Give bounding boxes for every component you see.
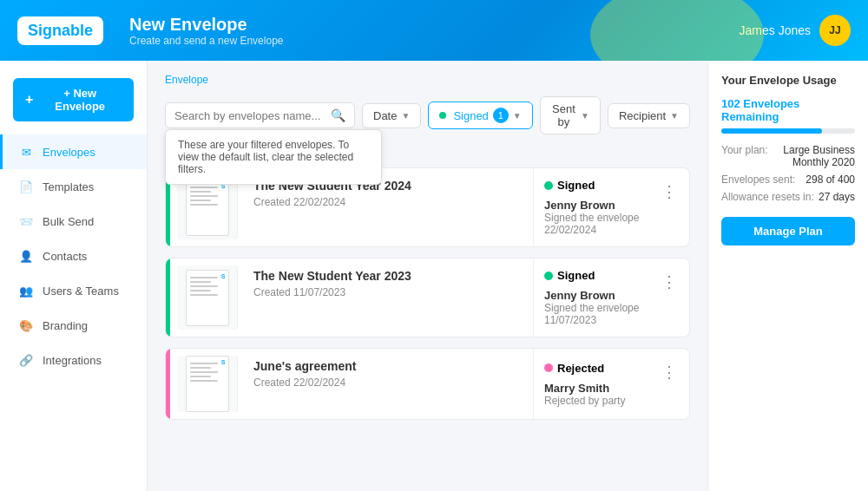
- card-accent-3: [166, 349, 170, 419]
- card-body-3: June's agreement Created 22/02/2024: [245, 349, 533, 419]
- new-envelope-label: + New Envelope: [38, 87, 122, 113]
- search-input[interactable]: [174, 109, 331, 122]
- sidebar-item-templates[interactable]: 📄 Templates: [0, 169, 147, 204]
- panel-title: Your Envelope Usage: [721, 74, 855, 87]
- signed-badge: 1: [493, 108, 509, 123]
- resets-row: Allowance resets in: 27 days: [721, 191, 855, 203]
- signed-filter-btn[interactable]: Signed 1 ▼: [428, 101, 532, 129]
- logo: Signable: [17, 16, 103, 45]
- status-dot-1: [544, 181, 553, 190]
- page-title: New Envelope: [129, 15, 740, 35]
- card-accent-2: [166, 259, 170, 337]
- header-title-area: New Envelope Create and send a new Envel…: [129, 15, 740, 47]
- envelope-list: S The New Student Year 2024 Created 22/0…: [165, 167, 690, 420]
- breadcrumb-parent[interactable]: Envelope: [165, 74, 208, 86]
- card-thumbnail-2: S: [177, 265, 238, 330]
- sidebar-label-branding: Branding: [43, 319, 88, 332]
- card-menu-3[interactable]: ⋮: [658, 359, 681, 385]
- sent-value: 298 of 400: [806, 173, 855, 186]
- bulk-icon: 📨: [18, 213, 34, 229]
- card-thumbnail-3: S: [177, 356, 238, 412]
- date-label: Date: [373, 109, 397, 122]
- page-subtitle: Create and send a new Envelope: [129, 35, 740, 47]
- recipient-date-2: 11/07/2023: [544, 314, 679, 326]
- sent-row: Envelopes sent: 298 of 400: [721, 173, 855, 186]
- card-body-2: The New Student Year 2023 Created 11/07/…: [245, 259, 533, 337]
- signed-chevron-icon: ▼: [513, 111, 522, 121]
- sidebar-item-branding[interactable]: 🎨 Branding: [0, 308, 147, 343]
- breadcrumb: Envelope: [165, 74, 690, 86]
- sidebar-item-integrations[interactable]: 🔗 Integrations: [0, 343, 147, 377]
- table-row: S June's agreement Created 22/02/2024 ⋮: [165, 348, 690, 420]
- sidebar-item-envelopes[interactable]: ✉ Envelopes: [0, 134, 147, 169]
- plan-label: Your plan:: [721, 144, 768, 156]
- sidebar-label-integrations: Integrations: [43, 354, 102, 367]
- date-chevron-icon: ▼: [401, 111, 410, 121]
- template-icon: 📄: [18, 179, 34, 194]
- user-name: James Jones: [740, 23, 811, 37]
- filter-bar: 🔍 Date ▼ Signed 1 ▼ Sent by ▼ Recipient …: [165, 96, 690, 134]
- usage-bar: [721, 128, 855, 134]
- status-dot-2: [544, 272, 553, 280]
- search-box[interactable]: 🔍: [165, 102, 355, 128]
- card-date-2: Created 11/07/2023: [253, 286, 524, 298]
- usage-remaining: 102 Envelopes Remaining: [721, 97, 855, 123]
- card-date-3: Created 22/02/2024: [253, 376, 524, 389]
- header: Signable New Envelope Create and send a …: [0, 0, 868, 61]
- contacts-icon: 👤: [18, 248, 34, 264]
- card-date-1: Created 22/02/2024: [253, 196, 524, 208]
- sidebar-label-contacts: Contacts: [43, 250, 87, 263]
- recipient-action-2: Signed the envelope: [544, 302, 679, 314]
- resets-label: Allowance resets in:: [721, 191, 814, 203]
- search-icon: 🔍: [331, 108, 345, 122]
- users-icon: 👥: [18, 283, 34, 298]
- sidebar-label-bulk: Bulk Send: [43, 215, 94, 228]
- integrations-icon: 🔗: [18, 352, 34, 368]
- signed-dot: [439, 112, 446, 119]
- sent-chevron-icon: ▼: [581, 111, 589, 121]
- sent-by-filter-btn[interactable]: Sent by ▼: [540, 96, 601, 134]
- status-text-3: Rejected: [557, 362, 604, 375]
- sidebar-label-envelopes: Envelopes: [43, 146, 95, 159]
- sidebar-item-contacts[interactable]: 👤 Contacts: [0, 239, 147, 273]
- recipient-chevron-icon: ▼: [670, 111, 679, 121]
- new-envelope-button[interactable]: + + New Envelope: [13, 78, 134, 121]
- card-title-2[interactable]: The New Student Year 2023: [253, 269, 524, 283]
- tooltip-text: These are your filtered envelopes. To vi…: [178, 139, 353, 175]
- sidebar-label-users: Users & Teams: [43, 285, 119, 298]
- resets-value: 27 days: [819, 191, 855, 203]
- usage-bar-fill: [721, 128, 822, 134]
- card-thumbnail-1: S: [177, 175, 238, 239]
- sidebar-label-templates: Templates: [43, 180, 94, 193]
- plan-row: Your plan: Large Business Monthly 2020: [721, 144, 855, 168]
- avatar[interactable]: JJ: [819, 15, 851, 46]
- card-title-3[interactable]: June's agreement: [253, 359, 524, 373]
- status-text-1: Signed: [557, 179, 595, 192]
- sidebar: + + New Envelope ✉ Envelopes 📄 Templates…: [0, 61, 148, 491]
- sent-by-label: Sent by: [551, 102, 576, 128]
- usage-panel: Your Envelope Usage 102 Envelopes Remain…: [707, 61, 868, 491]
- sidebar-item-bulk-send[interactable]: 📨 Bulk Send: [0, 204, 147, 239]
- card-menu-1[interactable]: ⋮: [658, 179, 681, 205]
- recipient-filter-btn[interactable]: Recipient ▼: [608, 103, 690, 128]
- date-filter-btn[interactable]: Date ▼: [362, 103, 421, 128]
- envelope-icon: ✉: [18, 144, 34, 160]
- sent-label: Envelopes sent:: [721, 173, 795, 186]
- status-text-2: Signed: [557, 269, 595, 282]
- status-dot-3: [544, 363, 553, 372]
- plan-value: Large Business Monthly 2020: [777, 144, 855, 168]
- card-menu-2[interactable]: ⋮: [658, 269, 681, 295]
- recipient-action-1: Signed the envelope: [544, 212, 679, 224]
- table-row: S The New Student Year 2023 Created 11/0…: [165, 258, 690, 337]
- manage-plan-button[interactable]: Manage Plan: [721, 217, 855, 245]
- plus-icon: +: [25, 92, 33, 108]
- filter-tooltip: These are your filtered envelopes. To vi…: [165, 129, 382, 185]
- sidebar-item-users-teams[interactable]: 👥 Users & Teams: [0, 273, 147, 308]
- signed-label: Signed: [453, 109, 488, 122]
- branding-icon: 🎨: [18, 318, 34, 333]
- user-area: James Jones JJ: [740, 15, 851, 46]
- main-content: Envelope 🔍 Date ▼ Signed 1 ▼ Sent by ▼: [148, 61, 707, 491]
- recipient-action-3: Rejected by party: [544, 395, 679, 407]
- layout: + + New Envelope ✉ Envelopes 📄 Templates…: [0, 61, 868, 491]
- recipient-date-1: 22/02/2024: [544, 224, 679, 236]
